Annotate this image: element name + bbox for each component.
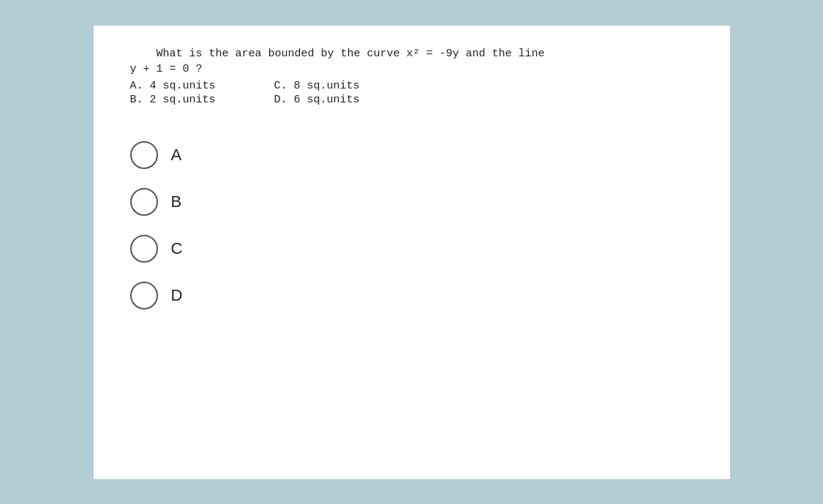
option-item-d[interactable]: D — [130, 276, 694, 315]
option-item-b[interactable]: B — [130, 182, 694, 222]
choice-a-text: A. 4 sq.units — [130, 80, 216, 92]
radio-d[interactable] — [130, 282, 158, 309]
choice-d-text: D. 6 sq.units — [274, 94, 360, 106]
radio-b[interactable] — [130, 188, 158, 216]
options-list: A B C D — [130, 135, 694, 315]
choices-col-right: C. 8 sq.units D. 6 sq.units — [274, 80, 360, 106]
choice-b-text: B. 2 sq.units — [130, 94, 216, 106]
choice-c-text: C. 8 sq.units — [274, 80, 360, 92]
question-line2: y + 1 = 0 ? — [130, 63, 694, 75]
question-card: What is the area bounded by the curve x²… — [94, 26, 730, 479]
radio-a[interactable] — [130, 141, 158, 169]
radio-c[interactable] — [130, 235, 158, 263]
option-item-c[interactable]: C — [130, 229, 694, 268]
option-label-d: D — [171, 286, 183, 305]
option-label-a: A — [171, 146, 182, 165]
option-label-b: B — [171, 192, 182, 211]
option-label-c: C — [171, 239, 183, 258]
choices-row: A. 4 sq.units B. 2 sq.units C. 8 sq.unit… — [130, 80, 694, 106]
question-line1: What is the area bounded by the curve x²… — [130, 48, 694, 60]
option-item-a[interactable]: A — [130, 135, 694, 175]
choices-col-left: A. 4 sq.units B. 2 sq.units — [130, 80, 216, 106]
question-block: What is the area bounded by the curve x²… — [130, 48, 694, 106]
